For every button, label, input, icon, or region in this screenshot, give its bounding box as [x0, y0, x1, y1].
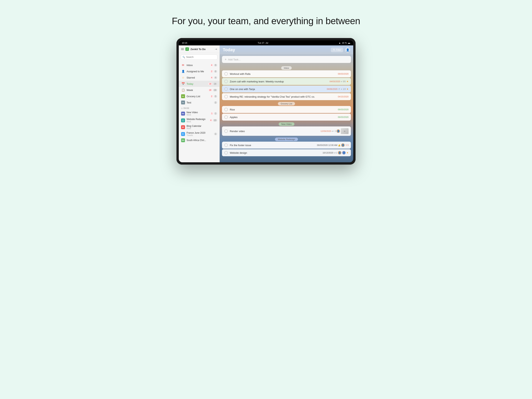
subtask-icon-2: ≡ — [341, 88, 342, 90]
sidebar-item-week[interactable]: 📋 Week 18 18 — [179, 87, 219, 93]
task-footer[interactable]: Fix the footer issue 06/03/2020 12:00 AM… — [222, 142, 351, 149]
task-zoom[interactable]: Zoom call with marketing team: Weekly ro… — [222, 78, 351, 85]
filter-icon: ⚗ — [333, 49, 335, 51]
today-icon: 📅 — [181, 82, 185, 86]
today-badge-2: 18 — [213, 83, 217, 85]
ipad-frame: 10:16 Tue 27. Jul ▲ 16 % ▬ Z Zenkit To — [177, 38, 355, 165]
battery-level: 16 % — [342, 42, 347, 44]
task-tanja-checkbox[interactable] — [224, 87, 228, 91]
today-badges: 18 18 — [208, 83, 217, 85]
project-website[interactable]: ◻ Website Redesign Work 4 10 — [179, 117, 219, 124]
task-footer-avatar: 👤 — [341, 143, 345, 147]
new-video-badge-1: 1 — [210, 112, 213, 115]
assigned-label: Assigned to Me — [187, 70, 210, 73]
page-headline: For you, your team, and everything in be… — [172, 16, 360, 26]
task-zoom-label: Zoom call with marketing team: Weekly ro… — [230, 80, 328, 83]
inbox-section-pill: Inbox — [222, 66, 351, 70]
subtask-icon: ≡ — [341, 80, 342, 83]
task-rice[interactable]: Rice 06/03/2020 — [222, 106, 351, 113]
timer-icon: ⏱ — [338, 88, 340, 90]
status-bar-right: ▲ 16 % ▬ — [339, 42, 350, 44]
filter-button[interactable]: ⚗ Filter — [331, 48, 343, 52]
sidebar-item-today[interactable]: 📅 Today 18 18 — [179, 81, 219, 87]
sidebar-item-test[interactable]: Te Test 2 — [179, 99, 219, 106]
sidebar-item-grocery[interactable]: Gr Grocery List 2 5 — [179, 93, 219, 99]
search-box[interactable]: 🔍 — [181, 55, 217, 60]
task-rice-label: Rice — [230, 108, 336, 111]
main-content: Today ⚗ Filter 👤 + Add Task... — [220, 45, 353, 162]
task-render-tags: 3 — [335, 130, 336, 132]
task-tanja[interactable]: One on one with Tanja 04/06/2020 ⏱ ≡ 1/3… — [222, 85, 351, 93]
task-tanja-meta: 04/06/2020 ⏱ ≡ 1/3 ★ — [327, 88, 348, 90]
task-rice-date: 06/03/2020 — [338, 108, 348, 111]
south-africa-avatar: SA — [181, 138, 185, 142]
main-title: Today — [223, 47, 235, 52]
sidebar-item-assigned[interactable]: 👤 Assigned to Me 2 6 — [179, 68, 219, 74]
task-apples[interactable]: Apples 06/03/2020 — [222, 114, 351, 121]
bell-icon: 🔔 — [338, 144, 340, 146]
app-area: Z Zenkit To Do ⇥ 🔍 ✉ Inbox 4 — [179, 45, 353, 162]
project-blog[interactable]: Bl Blog Calendar Work — [179, 124, 219, 130]
new-video-sub: Work — [187, 114, 210, 116]
tasks-scroll[interactable]: Inbox Workout with Rafa 06/03/2020 Zoom … — [220, 64, 353, 162]
app-title: Zenkit To Do — [190, 48, 206, 51]
france-badge-1: 1 — [214, 133, 217, 135]
website-badges: 4 10 — [209, 119, 217, 122]
south-africa-name: South Africa Chri... — [187, 139, 217, 142]
sidebar-item-inbox[interactable]: ✉ Inbox 4 9 — [179, 62, 219, 68]
main-header-actions: ⚗ Filter 👤 — [331, 47, 350, 52]
website-pill-label: Website Redesign — [275, 138, 298, 141]
task-website-design-checkbox[interactable] — [224, 151, 228, 154]
filter-label: Filter — [336, 49, 341, 51]
task-apples-label: Apples — [230, 116, 336, 119]
task-render-checkbox[interactable] — [224, 129, 228, 133]
task-website-design[interactable]: Website design 10/13/2020 🏷1 👤 👤 ★ — [222, 149, 351, 156]
task-render-avatar: 👤 — [336, 129, 340, 133]
website-section-pill: Website Redesign — [222, 137, 351, 141]
add-task-bar[interactable]: + Add Task... — [222, 56, 351, 63]
task-footer-label: Fix the footer issue — [230, 144, 315, 147]
inbox-pill-label: Inbox — [281, 66, 292, 70]
search-input[interactable] — [186, 56, 216, 58]
project-new-video[interactable]: Ne New Video Work 1 1 — [179, 110, 219, 117]
profile-icon[interactable]: 👤 — [345, 47, 350, 52]
starred-badges: 4 4 — [210, 76, 217, 79]
task-meeting-label: Meeting RE: rebranding strategy for "Van… — [230, 95, 336, 98]
task-workout[interactable]: Workout with Rafa 06/03/2020 — [222, 70, 351, 77]
task-workout-date: 06/03/2020 — [338, 73, 348, 75]
status-time: 10:16 — [182, 42, 187, 44]
sidebar: Z Zenkit To Do ⇥ 🔍 ✉ Inbox 4 — [179, 45, 220, 162]
starred-badge-1: 4 — [210, 76, 213, 79]
sidebar-header: Z Zenkit To Do ⇥ — [179, 45, 219, 53]
new-video-pill-label: New Video — [279, 122, 294, 126]
test-badges: 2 — [214, 101, 217, 104]
task-website-design-meta: 10/13/2020 🏷1 👤 👤 ★ — [323, 151, 348, 154]
task-workout-checkbox[interactable] — [224, 72, 228, 76]
task-meeting-checkbox[interactable] — [224, 95, 228, 98]
battery-icon: ▬ — [348, 42, 350, 44]
task-footer-checkbox[interactable] — [224, 143, 228, 147]
task-rice-checkbox[interactable] — [224, 108, 228, 111]
website-badge-2: 10 — [213, 119, 217, 122]
task-meeting[interactable]: Meeting RE: rebranding strategy for "Van… — [222, 93, 351, 100]
assigned-badge-2: 6 — [214, 70, 217, 73]
project-france[interactable]: Fr France June 2020 Travels 1 — [179, 130, 219, 137]
assigned-icon: 👤 — [181, 69, 185, 73]
task-website-avatar1: 👤 — [338, 151, 341, 154]
new-video-badges: 1 1 — [210, 112, 217, 115]
week-label: Week — [187, 89, 208, 91]
new-video-section-pill: New Video — [222, 122, 351, 126]
grocery-badge-2: 5 — [214, 95, 217, 98]
hamburger-icon[interactable] — [181, 48, 184, 50]
sidebar-item-starred[interactable]: ☆ Starred 4 4 — [179, 74, 219, 81]
project-south-africa[interactable]: SA South Africa Chri... — [179, 137, 219, 143]
task-render[interactable]: Render video 12/09/2020 🏷 3 👤 ▤ — [222, 126, 351, 136]
inbox-label: Inbox — [187, 64, 210, 67]
expand-icon[interactable]: ⇥ — [215, 48, 217, 51]
week-badge-1: 18 — [208, 89, 212, 91]
inbox-badge-1: 4 — [210, 64, 213, 66]
inbox-badges: 4 9 — [210, 64, 217, 66]
task-zoom-checkbox[interactable] — [224, 80, 228, 83]
task-render-date: 12/09/2020 — [320, 130, 331, 132]
task-apples-checkbox[interactable] — [224, 115, 228, 119]
